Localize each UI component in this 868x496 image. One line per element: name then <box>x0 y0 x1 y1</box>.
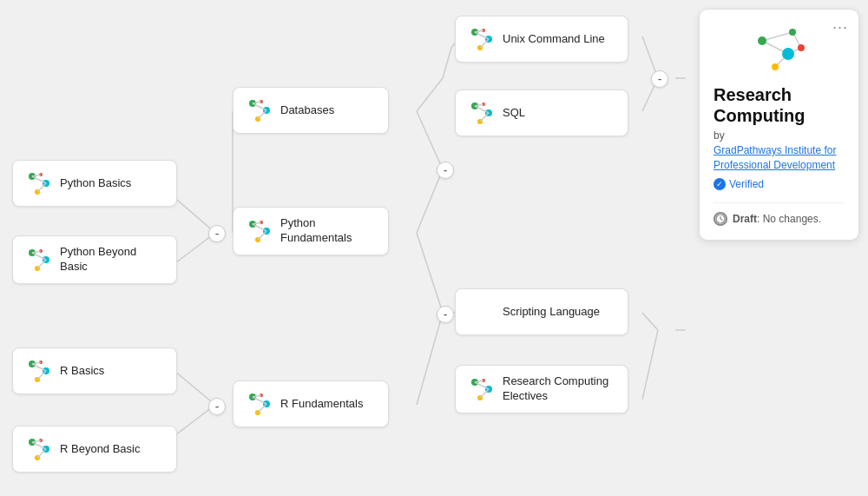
r-basics-icon <box>25 357 53 385</box>
svg-line-71 <box>258 110 266 119</box>
svg-line-7 <box>417 169 443 233</box>
verified-icon: ✓ <box>713 178 726 190</box>
svg-line-9 <box>417 78 443 111</box>
python-fundamentals-label: Python Fundamentals <box>280 216 376 246</box>
r-beyond-label: R Beyond Basic <box>60 442 141 457</box>
python-basics-icon <box>25 169 53 197</box>
panel-by: by <box>713 129 845 142</box>
collapse-databases-group[interactable]: - <box>437 162 454 179</box>
databases-icon <box>246 96 273 124</box>
svg-line-15 <box>642 313 658 330</box>
svg-point-102 <box>758 36 766 45</box>
scripting-label: Scripting Language <box>503 305 600 320</box>
svg-line-20 <box>417 313 443 405</box>
verified-label: Verified <box>729 178 764 190</box>
panel-org[interactable]: GradPathways Institute for Professional … <box>713 143 845 173</box>
svg-line-50 <box>37 449 46 458</box>
r-beyond-icon <box>25 435 53 463</box>
svg-line-85 <box>480 113 489 122</box>
svg-point-89 <box>485 308 492 315</box>
svg-line-43 <box>37 371 46 380</box>
node-research-electives[interactable]: Research Computing Electives <box>455 365 628 413</box>
svg-point-88 <box>471 301 478 308</box>
more-button[interactable]: ··· <box>832 18 848 36</box>
svg-line-49 <box>32 442 46 449</box>
svg-line-42 <box>32 364 46 371</box>
verified-badge: ✓ Verified <box>713 178 845 190</box>
python-fundamentals-icon <box>246 217 273 245</box>
panel-title: Research Computing <box>713 84 845 126</box>
node-databases[interactable]: Databases <box>233 87 389 134</box>
svg-line-29 <box>37 183 46 192</box>
svg-line-84 <box>475 106 489 113</box>
sql-label: SQL <box>503 106 525 121</box>
clock-icon <box>713 212 727 226</box>
svg-line-36 <box>37 260 46 268</box>
node-python-fundamentals[interactable]: Python Fundamentals <box>233 207 389 255</box>
svg-line-77 <box>475 32 489 39</box>
node-r-beyond-basic[interactable]: R Beyond Basic <box>12 426 177 473</box>
svg-line-28 <box>32 176 46 183</box>
info-panel: ··· Research Computing by GradPathways I… <box>699 9 859 241</box>
r-basics-label: R Basics <box>60 364 104 379</box>
node-python-beyond-basic[interactable]: Python Beyond Basic <box>12 235 177 284</box>
python-beyond-icon <box>25 246 53 274</box>
svg-point-103 <box>782 48 794 60</box>
collapse-python-group[interactable]: - <box>208 225 226 242</box>
python-basics-label: Python Basics <box>60 176 131 191</box>
sql-icon <box>468 99 496 127</box>
collapse-right-bottom[interactable]: - <box>437 306 454 323</box>
svg-line-16 <box>642 330 658 400</box>
svg-line-10 <box>443 48 451 78</box>
r-fundamentals-label: R Fundamentals <box>280 397 363 412</box>
svg-line-109 <box>720 219 723 221</box>
svg-point-105 <box>789 29 796 36</box>
svg-line-93 <box>475 382 489 389</box>
databases-label: Databases <box>280 103 334 118</box>
collapse-r-group[interactable]: - <box>208 398 226 415</box>
draft-label: Draft: No changes. <box>733 213 821 225</box>
svg-point-106 <box>798 44 805 51</box>
svg-line-63 <box>253 397 266 404</box>
research-electives-label: Research Computing Electives <box>503 374 615 404</box>
node-unix-command-line[interactable]: Unix Command Line <box>455 16 628 63</box>
svg-line-94 <box>480 389 489 398</box>
python-beyond-label: Python Beyond Basic <box>60 245 164 274</box>
svg-line-57 <box>258 231 266 240</box>
node-scripting-language[interactable]: Scripting Language <box>455 288 628 335</box>
svg-line-70 <box>253 103 266 110</box>
node-python-basics[interactable]: Python Basics <box>12 160 177 207</box>
svg-line-56 <box>253 224 266 231</box>
canvas: Python Basics Python Beyond Basic - <box>0 0 868 496</box>
node-r-basics[interactable]: R Basics <box>12 347 177 394</box>
draft-section: Draft: No changes. <box>713 202 845 226</box>
unix-icon <box>468 25 496 53</box>
svg-line-99 <box>762 32 792 41</box>
svg-line-19 <box>417 233 443 313</box>
svg-line-64 <box>258 404 266 413</box>
collapse-right-top[interactable]: - <box>651 70 668 88</box>
node-sql[interactable]: SQL <box>455 89 628 136</box>
svg-line-35 <box>32 253 46 260</box>
unix-label: Unix Command Line <box>503 32 605 47</box>
research-electives-icon <box>468 375 496 403</box>
node-r-fundamentals[interactable]: R Fundamentals <box>233 380 389 427</box>
scripting-icon <box>468 298 496 326</box>
r-fundamentals-icon <box>246 390 273 418</box>
svg-point-104 <box>772 63 779 70</box>
svg-line-78 <box>480 39 489 48</box>
panel-icon <box>713 23 845 76</box>
svg-line-8 <box>417 111 443 169</box>
